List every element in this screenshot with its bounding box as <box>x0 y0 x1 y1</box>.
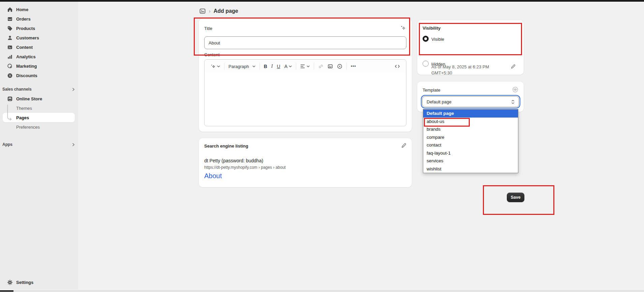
sidebar-item-online-store[interactable]: Online Store <box>3 94 75 103</box>
sidebar-item-label: Orders <box>16 17 31 22</box>
editor-body[interactable] <box>205 73 406 126</box>
template-option-default-page[interactable]: Default page <box>423 109 518 118</box>
toolbar-divider <box>346 63 347 70</box>
horizontal-scrollbar-thumb[interactable] <box>0 290 13 292</box>
template-select[interactable]: Default page <box>422 96 519 107</box>
insert-image-icon[interactable] <box>326 62 335 70</box>
link-icon[interactable] <box>316 62 326 70</box>
select-updown-icon <box>511 100 515 104</box>
chevron-down-icon <box>217 65 220 67</box>
chevron-right-icon <box>72 143 75 147</box>
customers-icon <box>7 35 13 41</box>
sidebar-item-settings[interactable]: Settings <box>3 278 75 287</box>
page-title: Add page <box>214 8 238 14</box>
sidebar-item-label: Analytics <box>16 54 36 59</box>
seo-site-title: dt Petty (password: buddha) <box>204 158 263 163</box>
sidebar-item-discounts[interactable]: Discounts <box>3 71 75 80</box>
italic-button[interactable]: I <box>269 62 275 70</box>
products-icon <box>7 26 13 31</box>
sidebar-item-preferences[interactable]: Preferences <box>3 122 75 132</box>
toolbar-divider <box>259 63 260 70</box>
sales-channels-header[interactable]: Sales channels <box>0 85 75 94</box>
marketing-icon <box>7 63 13 69</box>
discounts-icon <box>7 73 13 78</box>
template-option-services[interactable]: services <box>423 157 518 165</box>
template-option-wishlist[interactable]: wishlist <box>423 165 518 173</box>
ai-sparkle-icon[interactable] <box>400 25 406 31</box>
gear-icon <box>7 280 13 285</box>
sidebar-item-content[interactable]: Content <box>3 42 75 52</box>
template-options-dropdown: Default page about-us brands compare con… <box>423 109 518 173</box>
template-option-faq-layout-1[interactable]: faq-layout-1 <box>423 149 518 157</box>
hidden-radio[interactable] <box>423 61 429 67</box>
template-option-about-us[interactable]: about-us <box>423 118 518 126</box>
sidebar-item-marketing[interactable]: Marketing <box>3 61 75 71</box>
sidebar-item-label: Customers <box>16 35 39 40</box>
template-option-contact[interactable]: contact <box>423 141 518 149</box>
edit-pencil-icon[interactable] <box>401 143 406 148</box>
template-label: Template <box>423 88 440 93</box>
chevron-down-icon <box>252 65 255 67</box>
more-options-button[interactable]: ••• <box>349 63 358 70</box>
chevron-down-icon <box>289 65 292 67</box>
sidebar-item-label: Home <box>16 7 28 12</box>
sidebar-item-label: Content <box>16 45 33 50</box>
content-field-label: Content <box>204 52 220 57</box>
code-view-button[interactable] <box>393 63 402 70</box>
seo-url: https://dt-petty.myshopify.com › pages ›… <box>204 165 286 170</box>
seo-page-title-link[interactable]: About <box>204 172 222 180</box>
ai-assist-button[interactable] <box>209 63 222 70</box>
visible-label: Visible <box>431 37 444 42</box>
home-icon <box>7 7 13 12</box>
sidebar-subitem-label: Pages <box>16 115 29 120</box>
window-top-bar <box>0 0 644 2</box>
template-option-brands[interactable]: brands <box>423 125 518 133</box>
visible-radio[interactable] <box>423 36 429 42</box>
sidebar-item-label: Online Store <box>16 96 42 101</box>
seo-heading: Search engine listing <box>204 143 248 149</box>
sidebar-item-label: Discounts <box>16 73 37 78</box>
alignment-button[interactable] <box>298 63 312 70</box>
shopify-admin-add-page: Home Orders Products Customers <box>0 0 644 292</box>
rich-text-editor[interactable]: Paragraph B I U A <box>204 59 406 126</box>
text-color-label: A <box>284 64 287 69</box>
toolbar-divider <box>296 63 296 70</box>
chevron-down-icon <box>307 65 310 67</box>
preview-eye-icon[interactable] <box>512 87 518 93</box>
sidebar-item-pages[interactable]: Pages <box>3 113 75 122</box>
sidebar-item-analytics[interactable]: Analytics <box>3 52 75 61</box>
chevron-right-icon <box>72 88 75 91</box>
title-input[interactable] <box>204 36 406 49</box>
edit-pencil-icon[interactable] <box>511 64 516 69</box>
template-option-compare[interactable]: compare <box>423 133 518 141</box>
insert-video-icon[interactable] <box>335 62 344 70</box>
sidebar-item-themes[interactable]: Themes <box>3 103 75 113</box>
analytics-icon <box>7 54 13 60</box>
underline-button[interactable]: U <box>275 62 282 70</box>
sidebar-item-products[interactable]: Products <box>3 24 75 33</box>
sidebar-item-customers[interactable]: Customers <box>3 33 75 42</box>
sidebar-item-orders[interactable]: Orders <box>3 14 75 24</box>
apps-header[interactable]: Apps <box>0 140 75 149</box>
sidebar: Home Orders Products Customers <box>0 2 78 290</box>
save-button[interactable]: Save <box>507 193 524 202</box>
text-color-button[interactable]: A <box>282 62 294 70</box>
breadcrumb-separator: › <box>209 8 211 14</box>
bold-button[interactable]: B <box>262 62 269 70</box>
storefront-icon <box>7 96 13 102</box>
toolbar-divider <box>224 63 224 70</box>
breadcrumb: › Add page <box>199 7 238 15</box>
sidebar-subitem-label: Preferences <box>16 125 40 130</box>
visibility-heading: Visibility <box>423 26 440 31</box>
sidebar-item-home[interactable]: Home <box>3 5 75 14</box>
template-selected-value: Default page <box>427 99 452 104</box>
sidebar-subitem-label: Themes <box>16 106 32 111</box>
page-details-card: Title Content Paragraph B I U <box>199 19 412 132</box>
pages-breadcrumb-icon[interactable] <box>199 8 206 14</box>
horizontal-scrollbar-track[interactable] <box>0 291 644 291</box>
visibility-card: Visibility Visible As of May 8, 2025 at … <box>417 20 524 75</box>
paragraph-style-dropdown[interactable]: Paragraph <box>226 63 257 70</box>
apps-label: Apps <box>2 142 12 147</box>
hidden-label: Hidden <box>431 62 445 67</box>
content-icon <box>7 44 13 50</box>
